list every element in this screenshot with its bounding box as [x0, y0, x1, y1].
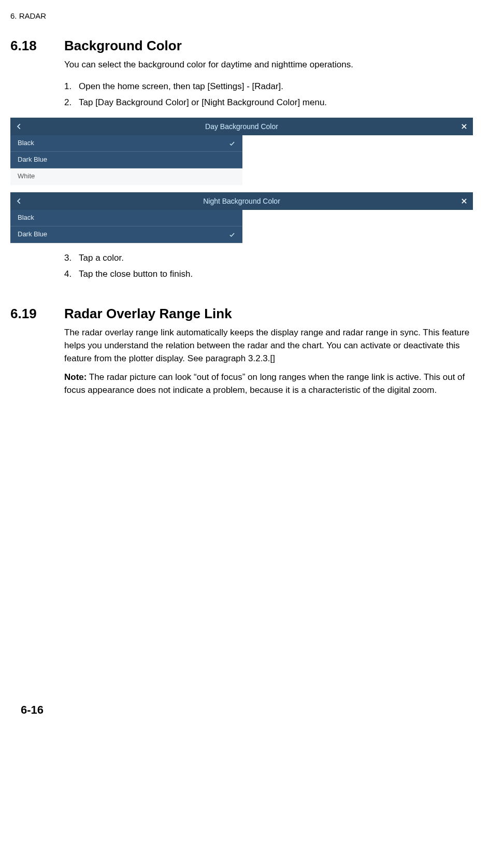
menu-titlebar: Day Background Color: [10, 118, 473, 135]
menu-titlebar: Night Background Color: [10, 192, 473, 210]
section-618-intro: You can select the background color for …: [64, 59, 473, 72]
close-icon[interactable]: [460, 123, 468, 130]
menu-option-label: Dark Blue: [18, 230, 47, 239]
menu-option-black[interactable]: Black: [10, 135, 242, 152]
menu-list: Black Dark Blue: [10, 210, 242, 243]
page-header: 6. RADAR: [10, 10, 473, 22]
section-618-steps-a: Open the home screen, then tap [Settings…: [64, 80, 473, 109]
back-icon[interactable]: [16, 197, 23, 205]
note-body: The radar picture can look “out of focus…: [64, 372, 465, 395]
close-icon[interactable]: [460, 197, 468, 205]
section-heading-619: 6.19 Radar Overlay Range Link: [10, 304, 473, 324]
section-618-steps-b: Tap a color. Tap the close button to fin…: [64, 252, 473, 280]
menu-title: Night Background Color: [23, 196, 460, 206]
page-number: 6-16: [21, 702, 44, 718]
check-icon: [229, 232, 235, 238]
menu-list: Black Dark Blue White: [10, 135, 242, 185]
menu-option-label: Black: [18, 138, 34, 148]
section-title: Radar Overlay Range Link: [64, 304, 232, 324]
step-item: Tap the close button to finish.: [64, 268, 473, 281]
menu-option-white[interactable]: White: [10, 168, 242, 185]
section-619-note: Note: The radar picture can look “out of…: [64, 371, 473, 396]
back-icon[interactable]: [16, 123, 23, 130]
figure-night-bg-color: Night Background Color Black Dark Blue: [10, 192, 473, 243]
section-title: Background Color: [64, 36, 182, 56]
section-heading-618: 6.18 Background Color: [10, 36, 473, 56]
step-item: Open the home screen, then tap [Settings…: [64, 80, 473, 93]
check-icon: [229, 140, 235, 147]
note-label: Note:: [64, 372, 87, 382]
menu-option-darkblue[interactable]: Dark Blue: [10, 226, 242, 243]
menu-option-label: Dark Blue: [18, 155, 47, 165]
menu-option-label: Black: [18, 213, 34, 223]
section-619-body: The radar overlay range link automatical…: [64, 327, 473, 365]
menu-option-label: White: [18, 172, 35, 181]
menu-title: Day Background Color: [23, 121, 460, 132]
step-item: Tap a color.: [64, 252, 473, 265]
figure-day-bg-color: Day Background Color Black Dark Blue Whi…: [10, 118, 473, 185]
section-number: 6.18: [10, 36, 52, 56]
menu-option-darkblue[interactable]: Dark Blue: [10, 152, 242, 168]
menu-option-black[interactable]: Black: [10, 210, 242, 226]
section-number: 6.19: [10, 304, 52, 324]
step-item: Tap [Day Background Color] or [Night Bac…: [64, 96, 473, 109]
